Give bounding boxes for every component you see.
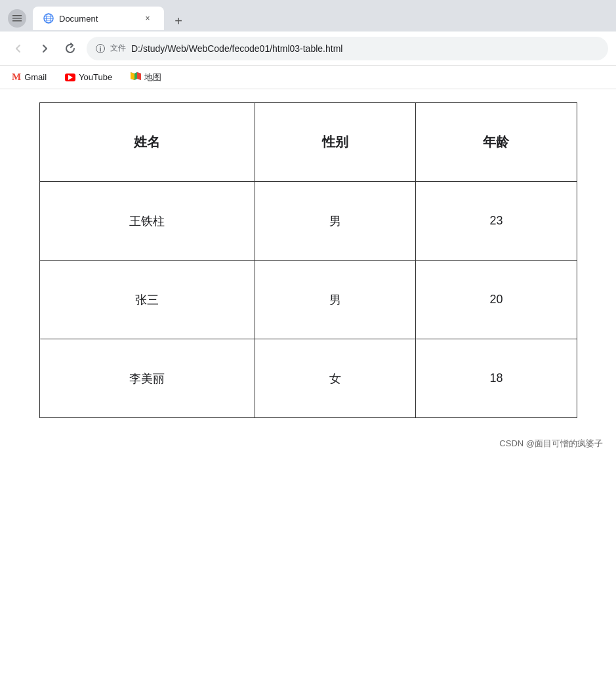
bookmark-youtube[interactable]: YouTube: [61, 70, 116, 85]
cell-r0-c1: 男: [255, 182, 416, 261]
cell-r1-c1: 男: [255, 261, 416, 339]
forward-button[interactable]: [34, 38, 55, 59]
svg-point-10: [100, 46, 101, 47]
bookmark-maps[interactable]: 地图: [127, 69, 165, 86]
cell-r0-c0: 王铁柱: [39, 182, 255, 261]
table-row: 张三男20: [39, 261, 577, 339]
youtube-icon: [65, 74, 75, 81]
svg-marker-14: [137, 72, 141, 80]
cell-r2-c0: 李美丽: [39, 339, 255, 418]
tab-bar: Document × +: [33, 7, 608, 30]
cell-r2-c1: 女: [255, 339, 416, 418]
svg-marker-13: [131, 72, 134, 80]
data-table: 姓名 性别 年龄 王铁柱男23张三男20李美丽女18: [39, 102, 577, 418]
maps-icon: [131, 72, 141, 83]
cell-r1-c0: 张三: [39, 261, 255, 339]
bookmarks-bar: M Gmail YouTube 地图: [0, 66, 616, 89]
address-bar-info-icon: [96, 44, 105, 53]
active-tab[interactable]: Document ×: [33, 7, 164, 30]
navigation-bar: 文件 D:/study/Web/WebCode/fecode01/html03-…: [0, 32, 616, 66]
svg-rect-2: [12, 20, 22, 22]
svg-rect-1: [12, 18, 22, 19]
address-url: D:/study/Web/WebCode/fecode01/html03-tab…: [131, 43, 599, 54]
tab-favicon-icon: [43, 13, 54, 24]
gmail-icon: M: [12, 72, 21, 83]
browser-frame: Document × +: [0, 0, 616, 89]
address-info-label: 文件: [110, 43, 126, 54]
window-menu-button[interactable]: [8, 9, 26, 28]
page-content: 姓名 性别 年龄 王铁柱男23张三男20李美丽女18: [0, 89, 616, 431]
table-row: 王铁柱男23: [39, 182, 577, 261]
tab-close-button[interactable]: ×: [142, 12, 154, 24]
tab-title: Document: [59, 14, 136, 24]
svg-rect-0: [12, 15, 22, 16]
back-button[interactable]: [8, 38, 29, 59]
watermark-text: CSDN @面目可憎的疯婆子: [499, 438, 603, 448]
watermark: CSDN @面目可憎的疯婆子: [0, 431, 616, 456]
bookmark-youtube-label: YouTube: [79, 72, 112, 82]
bookmark-gmail-label: Gmail: [24, 72, 47, 82]
bookmark-gmail[interactable]: M Gmail: [8, 69, 51, 85]
header-name: 姓名: [39, 103, 255, 182]
reload-button[interactable]: [60, 38, 81, 59]
address-bar[interactable]: 文件 D:/study/Web/WebCode/fecode01/html03-…: [87, 37, 608, 60]
cell-r0-c2: 23: [416, 182, 577, 261]
table-row: 李美丽女18: [39, 339, 577, 418]
bookmark-maps-label: 地图: [144, 72, 161, 83]
title-bar: Document × +: [0, 0, 616, 32]
header-gender: 性别: [255, 103, 416, 182]
cell-r2-c2: 18: [416, 339, 577, 418]
svg-marker-12: [134, 72, 137, 80]
window-controls: [8, 9, 26, 28]
youtube-play-triangle: [68, 75, 73, 80]
cell-r1-c2: 20: [416, 261, 577, 339]
table-header-row: 姓名 性别 年龄: [39, 103, 577, 182]
header-age: 年龄: [416, 103, 577, 182]
new-tab-button[interactable]: +: [169, 12, 188, 30]
